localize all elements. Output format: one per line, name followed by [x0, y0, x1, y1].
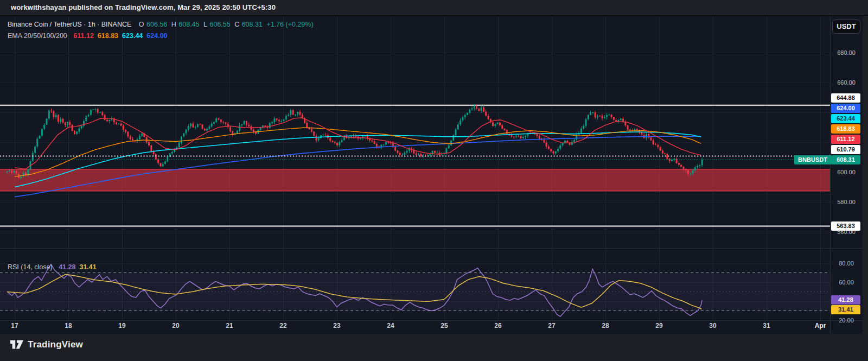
rsi-legend-values: 41.2831.41: [59, 263, 100, 271]
rsi-legend-row: RSI (14, close) 41.2831.41: [8, 263, 103, 271]
time-axis-label: 22: [271, 322, 295, 330]
ohlc-open-value: 606.56: [146, 21, 167, 28]
ema-legend-label[interactable]: EMA 20/50/100/200: [8, 32, 67, 40]
time-axis-label: 25: [432, 322, 456, 330]
attribution-text: workwithshayan published on TradingView.…: [11, 3, 276, 11]
ema-legend-value: 618.83: [98, 32, 118, 40]
time-axis-label: 27: [540, 322, 564, 330]
ema-legend-row: EMA 20/50/100/200 611.12618.83623.44624.…: [8, 32, 174, 40]
footer-bar: TradingView: [0, 334, 868, 361]
rsi-legend-label[interactable]: RSI (14, close): [8, 263, 53, 271]
ema20-line: [15, 118, 701, 169]
time-axis-label: 31: [755, 322, 778, 330]
ohlc-high-value: 608.45: [178, 21, 199, 28]
chart-canvas[interactable]: [0, 16, 863, 334]
chart-widget: Binance Coin / TetherUS · 1h · BINANCE O…: [0, 16, 863, 334]
time-axis-label: 18: [56, 322, 80, 330]
price-axis-label: 660.00: [830, 79, 863, 86]
ohlc-open-label: O: [139, 21, 144, 28]
price-axis-label: 680.00: [830, 49, 863, 56]
time-axis-label: 21: [218, 322, 241, 330]
ohlc-change: +1.76 (+0.29%): [266, 21, 313, 28]
ema-legend-values: 611.12618.83623.44624.00: [73, 32, 171, 40]
ema-legend-value: 624.00: [146, 32, 167, 40]
price-badge: 644.88: [831, 93, 860, 103]
symbol-price-badge: BNBUSDT: [794, 155, 831, 164]
attribution-bar: workwithshayan published on TradingView.…: [0, 0, 868, 16]
ema-legend-value: 623.44: [122, 32, 143, 40]
price-badge: 624.00: [831, 104, 860, 113]
time-axis-label: 30: [701, 322, 725, 330]
symbol-legend-row: Binance Coin / TetherUS · 1h · BINANCE O…: [8, 21, 316, 28]
time-axis-label: 23: [325, 322, 349, 330]
ohlc-close-label: C: [234, 21, 239, 28]
rsi-legend-value: 41.28: [59, 263, 75, 271]
time-axis-label: 29: [647, 322, 671, 330]
time-axis-label: 28: [593, 322, 617, 330]
ohlc-close-value: 608.31: [242, 21, 263, 28]
price-badge: 610.79: [831, 145, 860, 154]
rsi-axis-label: 20.00: [830, 316, 863, 324]
rsi-axis-label: 60.00: [830, 278, 863, 286]
time-axis-label: 19: [110, 322, 134, 330]
tradingview-mark-icon: [10, 339, 24, 350]
rsi-badge: 41.28: [831, 295, 860, 305]
price-badge: 608.31: [831, 155, 860, 164]
tradingview-wordmark: TradingView: [28, 339, 83, 350]
ohlc-high-label: H: [171, 21, 176, 28]
price-badge: 563.83: [831, 221, 860, 231]
candles: [7, 104, 703, 180]
ohlc-low-value: 606.55: [209, 21, 230, 28]
ema-legend-value: 611.12: [73, 32, 94, 40]
price-badge: 623.44: [831, 114, 860, 123]
tradingview-logo[interactable]: TradingView: [10, 339, 83, 350]
tradingview-snapshot: { "attribution": "workwithshayan publish…: [0, 0, 868, 361]
supply-zone: [0, 169, 830, 191]
rsi-axis-label: 80.00: [830, 259, 863, 267]
price-axis-label: 580.00: [830, 198, 863, 206]
price-badge: 618.83: [831, 124, 860, 134]
price-axis-label: 600.00: [830, 168, 863, 176]
rsi-legend-value: 31.41: [79, 263, 96, 271]
symbol-title[interactable]: Binance Coin / TetherUS · 1h · BINANCE: [8, 21, 131, 28]
ohlc-low-label: L: [203, 21, 207, 28]
time-axis-label: 26: [486, 322, 510, 330]
rsi-badge: 31.41: [831, 305, 860, 314]
time-axis-label: Apr: [808, 322, 832, 330]
price-badge: 611.12: [831, 135, 860, 144]
time-axis-label: 20: [164, 322, 188, 330]
time-axis-label: 17: [3, 322, 27, 330]
currency-toggle-button[interactable]: USDT: [832, 20, 860, 34]
time-axis-label: 24: [379, 322, 403, 330]
